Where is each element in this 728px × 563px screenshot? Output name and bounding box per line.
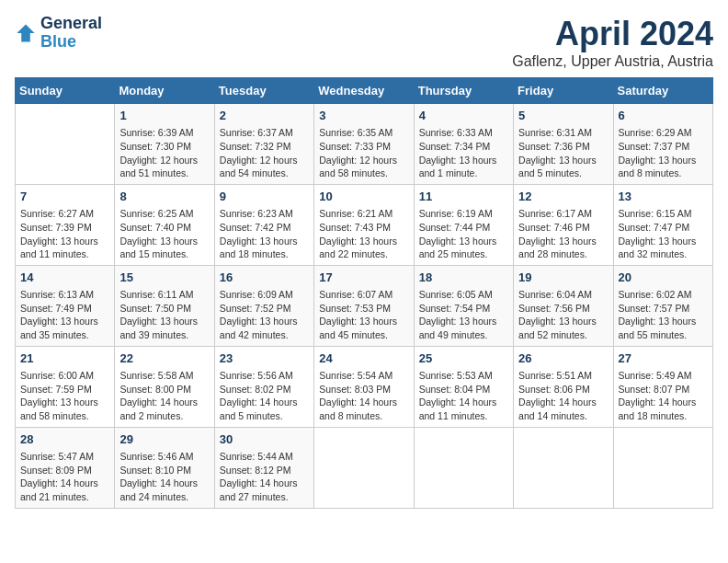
day-info: Sunrise: 6:09 AM Sunset: 7:52 PM Dayligh… xyxy=(220,288,309,342)
weekday-header: Tuesday xyxy=(214,78,313,104)
day-info: Sunrise: 6:19 AM Sunset: 7:44 PM Dayligh… xyxy=(419,207,508,261)
day-number: 3 xyxy=(319,108,408,124)
calendar-cell: 13Sunrise: 6:15 AM Sunset: 7:47 PM Dayli… xyxy=(613,184,712,265)
day-number: 19 xyxy=(518,270,608,286)
day-number: 24 xyxy=(319,350,408,367)
day-number: 18 xyxy=(419,270,508,286)
day-info: Sunrise: 6:04 AM Sunset: 7:56 PM Dayligh… xyxy=(518,288,608,342)
calendar-cell: 7Sunrise: 6:27 AM Sunset: 7:39 PM Daylig… xyxy=(16,184,115,265)
day-number: 5 xyxy=(518,108,608,124)
calendar-cell: 1Sunrise: 6:39 AM Sunset: 7:30 PM Daylig… xyxy=(115,104,214,185)
day-number: 4 xyxy=(419,108,508,124)
month-title: April 2024 xyxy=(512,15,713,53)
day-number: 22 xyxy=(119,350,209,367)
svg-marker-0 xyxy=(17,24,34,41)
calendar-cell: 8Sunrise: 6:25 AM Sunset: 7:40 PM Daylig… xyxy=(115,184,214,265)
calendar-cell: 14Sunrise: 6:13 AM Sunset: 7:49 PM Dayli… xyxy=(16,265,115,346)
day-number: 29 xyxy=(119,431,209,448)
day-number: 6 xyxy=(619,108,708,124)
calendar-cell xyxy=(514,427,613,508)
day-info: Sunrise: 5:49 AM Sunset: 8:07 PM Dayligh… xyxy=(619,369,708,423)
day-info: Sunrise: 6:21 AM Sunset: 7:43 PM Dayligh… xyxy=(319,207,408,261)
day-info: Sunrise: 5:56 AM Sunset: 8:02 PM Dayligh… xyxy=(220,369,309,423)
day-number: 10 xyxy=(319,189,408,205)
day-info: Sunrise: 5:54 AM Sunset: 8:03 PM Dayligh… xyxy=(319,369,408,423)
calendar-cell: 3Sunrise: 6:35 AM Sunset: 7:33 PM Daylig… xyxy=(314,104,414,185)
title-area: April 2024 Gaflenz, Upper Austria, Austr… xyxy=(512,15,713,70)
calendar-cell: 21Sunrise: 6:00 AM Sunset: 7:59 PM Dayli… xyxy=(16,346,115,427)
day-info: Sunrise: 5:44 AM Sunset: 8:12 PM Dayligh… xyxy=(220,450,309,504)
weekday-header: Sunday xyxy=(16,78,115,104)
calendar-cell: 30Sunrise: 5:44 AM Sunset: 8:12 PM Dayli… xyxy=(214,427,313,508)
day-info: Sunrise: 5:53 AM Sunset: 8:04 PM Dayligh… xyxy=(419,369,508,423)
day-info: Sunrise: 6:37 AM Sunset: 7:32 PM Dayligh… xyxy=(220,126,309,180)
calendar-cell: 12Sunrise: 6:17 AM Sunset: 7:46 PM Dayli… xyxy=(514,184,613,265)
calendar-cell: 29Sunrise: 5:46 AM Sunset: 8:10 PM Dayli… xyxy=(115,427,214,508)
calendar-cell: 17Sunrise: 6:07 AM Sunset: 7:53 PM Dayli… xyxy=(314,265,414,346)
calendar-cell: 25Sunrise: 5:53 AM Sunset: 8:04 PM Dayli… xyxy=(414,346,513,427)
day-number: 25 xyxy=(419,350,508,367)
day-info: Sunrise: 6:07 AM Sunset: 7:53 PM Dayligh… xyxy=(319,288,408,342)
day-number: 28 xyxy=(20,431,109,448)
day-info: Sunrise: 6:13 AM Sunset: 7:49 PM Dayligh… xyxy=(20,288,109,342)
day-number: 7 xyxy=(20,189,109,205)
day-number: 27 xyxy=(619,350,708,367)
day-number: 26 xyxy=(518,350,608,367)
day-number: 2 xyxy=(220,108,309,124)
day-number: 12 xyxy=(518,189,608,205)
logo-text-blue: Blue xyxy=(40,32,76,51)
day-number: 13 xyxy=(619,189,708,205)
day-number: 14 xyxy=(20,270,109,286)
calendar-cell: 28Sunrise: 5:47 AM Sunset: 8:09 PM Dayli… xyxy=(16,427,115,508)
day-number: 11 xyxy=(419,189,508,205)
day-number: 17 xyxy=(319,270,408,286)
day-info: Sunrise: 6:31 AM Sunset: 7:36 PM Dayligh… xyxy=(518,126,608,180)
calendar-cell: 10Sunrise: 6:21 AM Sunset: 7:43 PM Dayli… xyxy=(314,184,414,265)
day-info: Sunrise: 6:27 AM Sunset: 7:39 PM Dayligh… xyxy=(20,207,109,261)
calendar-cell: 18Sunrise: 6:05 AM Sunset: 7:54 PM Dayli… xyxy=(414,265,513,346)
day-number: 15 xyxy=(119,270,209,286)
calendar-cell: 22Sunrise: 5:58 AM Sunset: 8:00 PM Dayli… xyxy=(115,346,214,427)
day-info: Sunrise: 5:47 AM Sunset: 8:09 PM Dayligh… xyxy=(20,450,109,504)
calendar-cell: 23Sunrise: 5:56 AM Sunset: 8:02 PM Dayli… xyxy=(214,346,313,427)
day-info: Sunrise: 6:11 AM Sunset: 7:50 PM Dayligh… xyxy=(119,288,209,342)
calendar-cell: 5Sunrise: 6:31 AM Sunset: 7:36 PM Daylig… xyxy=(514,104,613,185)
calendar-cell: 6Sunrise: 6:29 AM Sunset: 7:37 PM Daylig… xyxy=(613,104,712,185)
weekday-header: Wednesday xyxy=(314,78,414,104)
day-info: Sunrise: 5:46 AM Sunset: 8:10 PM Dayligh… xyxy=(119,450,209,504)
weekday-header: Friday xyxy=(514,78,613,104)
calendar-cell: 16Sunrise: 6:09 AM Sunset: 7:52 PM Dayli… xyxy=(214,265,313,346)
calendar-cell: 4Sunrise: 6:33 AM Sunset: 7:34 PM Daylig… xyxy=(414,104,513,185)
day-info: Sunrise: 6:33 AM Sunset: 7:34 PM Dayligh… xyxy=(419,126,508,180)
calendar-cell: 19Sunrise: 6:04 AM Sunset: 7:56 PM Dayli… xyxy=(514,265,613,346)
page-header: General Blue April 2024 Gaflenz, Upper A… xyxy=(15,15,713,70)
day-info: Sunrise: 6:15 AM Sunset: 7:47 PM Dayligh… xyxy=(619,207,708,261)
day-info: Sunrise: 6:35 AM Sunset: 7:33 PM Dayligh… xyxy=(319,126,408,180)
calendar-cell: 15Sunrise: 6:11 AM Sunset: 7:50 PM Dayli… xyxy=(115,265,214,346)
calendar-cell: 20Sunrise: 6:02 AM Sunset: 7:57 PM Dayli… xyxy=(613,265,712,346)
weekday-header: Saturday xyxy=(613,78,712,104)
day-info: Sunrise: 5:58 AM Sunset: 8:00 PM Dayligh… xyxy=(119,369,209,423)
day-number: 8 xyxy=(119,189,209,205)
logo-icon xyxy=(15,22,37,44)
day-number: 1 xyxy=(119,108,209,124)
calendar-cell: 9Sunrise: 6:23 AM Sunset: 7:42 PM Daylig… xyxy=(214,184,313,265)
calendar-cell xyxy=(314,427,414,508)
weekday-header: Monday xyxy=(115,78,214,104)
calendar-cell: 11Sunrise: 6:19 AM Sunset: 7:44 PM Dayli… xyxy=(414,184,513,265)
calendar-table: SundayMondayTuesdayWednesdayThursdayFrid… xyxy=(15,77,713,509)
calendar-cell: 26Sunrise: 5:51 AM Sunset: 8:06 PM Dayli… xyxy=(514,346,613,427)
day-info: Sunrise: 6:23 AM Sunset: 7:42 PM Dayligh… xyxy=(220,207,309,261)
day-info: Sunrise: 6:00 AM Sunset: 7:59 PM Dayligh… xyxy=(20,369,109,423)
day-number: 23 xyxy=(220,350,309,367)
day-info: Sunrise: 6:02 AM Sunset: 7:57 PM Dayligh… xyxy=(619,288,708,342)
calendar-cell xyxy=(613,427,712,508)
day-number: 30 xyxy=(220,431,309,448)
day-info: Sunrise: 6:39 AM Sunset: 7:30 PM Dayligh… xyxy=(119,126,209,180)
day-number: 20 xyxy=(619,270,708,286)
weekday-header: Thursday xyxy=(414,78,513,104)
logo: General Blue xyxy=(15,15,102,52)
day-info: Sunrise: 5:51 AM Sunset: 8:06 PM Dayligh… xyxy=(518,369,608,423)
day-info: Sunrise: 6:17 AM Sunset: 7:46 PM Dayligh… xyxy=(518,207,608,261)
calendar-cell: 27Sunrise: 5:49 AM Sunset: 8:07 PM Dayli… xyxy=(613,346,712,427)
